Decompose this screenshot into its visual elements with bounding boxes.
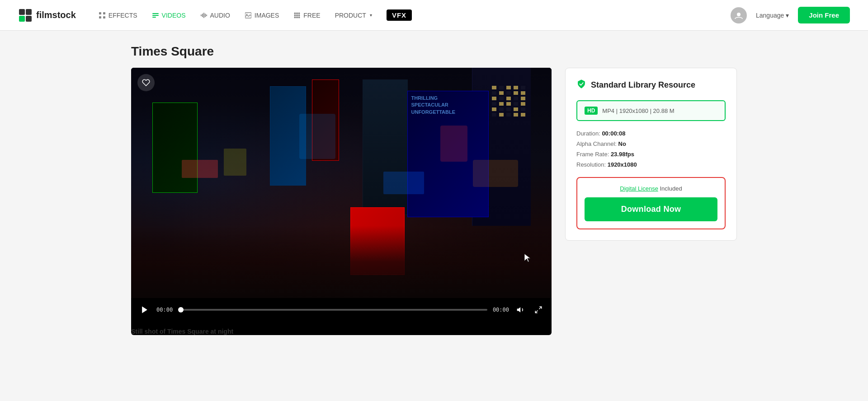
video-description: Still shot of Times Square at night bbox=[131, 328, 552, 335]
svg-point-20 bbox=[298, 12, 300, 14]
glow-1 bbox=[299, 114, 335, 159]
progress-bar[interactable] bbox=[178, 309, 487, 311]
svg-rect-6 bbox=[99, 16, 101, 19]
header-right: Language ▾ Join Free bbox=[731, 7, 850, 23]
framerate-value: 23.98fps bbox=[611, 151, 634, 158]
svg-line-31 bbox=[535, 311, 538, 313]
alpha-label: Alpha Channel: bbox=[576, 140, 617, 147]
resource-title: Standard Library Resource bbox=[591, 80, 695, 90]
join-free-button[interactable]: Join Free bbox=[798, 7, 850, 23]
resource-header: Standard Library Resource bbox=[576, 79, 726, 91]
nav-audio[interactable]: AUDIO bbox=[200, 12, 230, 19]
nav-images[interactable]: IMAGES bbox=[245, 12, 279, 19]
svg-rect-5 bbox=[103, 12, 105, 14]
waveform-icon bbox=[200, 12, 208, 19]
download-now-button[interactable]: Download Now bbox=[585, 197, 717, 221]
meta-framerate: Frame Rate: 23.98fps bbox=[576, 151, 726, 158]
logo-link[interactable]: filmstock bbox=[18, 8, 76, 23]
svg-point-22 bbox=[296, 14, 298, 16]
svg-point-23 bbox=[298, 14, 300, 16]
logo-text: filmstock bbox=[36, 10, 76, 20]
heart-icon bbox=[142, 79, 150, 87]
page-title: Times Square bbox=[131, 44, 737, 59]
metadata-section: Duration: 00:00:08 Alpha Channel: No Fra… bbox=[576, 130, 726, 168]
svg-point-24 bbox=[294, 16, 296, 18]
nav-images-label: IMAGES bbox=[255, 12, 279, 19]
sign-2 bbox=[224, 149, 246, 176]
main-layout: THRILLINGSPECTACULARUNFORGETTABLE bbox=[131, 68, 737, 335]
svg-line-30 bbox=[539, 307, 542, 309]
page-content: Times Square THRILLINGSPECTACULARUNFORGE… bbox=[95, 31, 773, 358]
image-icon bbox=[245, 12, 252, 19]
nav-free[interactable]: FREE bbox=[293, 12, 320, 19]
svg-marker-29 bbox=[517, 307, 521, 312]
current-time: 00:00 bbox=[156, 307, 173, 313]
quality-option[interactable]: HD MP4 | 1920x1080 | 20.88 M bbox=[576, 100, 726, 121]
svg-rect-12 bbox=[202, 14, 203, 17]
meta-resolution: Resolution: 1920x1080 bbox=[576, 161, 726, 168]
duration-value: 00:00:08 bbox=[602, 130, 625, 137]
duration-label: Duration: bbox=[576, 130, 600, 137]
play-pause-icon bbox=[140, 305, 149, 314]
nav-product-label: PRODUCT bbox=[335, 12, 366, 19]
resolution-label: Resolution: bbox=[576, 161, 606, 168]
digital-license-link[interactable]: Digital License bbox=[620, 185, 658, 192]
svg-rect-0 bbox=[19, 9, 25, 15]
volume-button[interactable] bbox=[514, 303, 527, 316]
svg-rect-9 bbox=[152, 15, 159, 16]
shield-svg bbox=[576, 79, 586, 89]
svg-point-25 bbox=[296, 16, 298, 18]
svg-point-19 bbox=[296, 12, 298, 14]
glow-3 bbox=[473, 160, 518, 187]
favorite-button[interactable] bbox=[137, 74, 155, 91]
hd-badge: HD bbox=[585, 107, 598, 115]
svg-rect-2 bbox=[19, 16, 25, 22]
quality-info: MP4 | 1920x1080 | 20.88 M bbox=[602, 107, 674, 114]
sign-3 bbox=[383, 172, 424, 194]
volume-icon bbox=[516, 305, 525, 314]
nav-product[interactable]: PRODUCT ▾ bbox=[335, 12, 372, 19]
glow-2 bbox=[440, 126, 467, 162]
user-icon bbox=[734, 11, 743, 20]
nav-effects-label: EFFECTS bbox=[108, 12, 137, 19]
download-section: Digital License Included Download Now bbox=[576, 177, 726, 229]
sign-1 bbox=[182, 160, 218, 178]
progress-thumb bbox=[178, 307, 184, 312]
cursor-indicator bbox=[524, 254, 532, 261]
user-avatar[interactable] bbox=[731, 7, 747, 23]
language-selector[interactable]: Language ▾ bbox=[756, 12, 789, 19]
chevron-down-icon: ▾ bbox=[370, 13, 372, 18]
svg-rect-14 bbox=[205, 14, 206, 17]
end-time: 00:00 bbox=[493, 307, 509, 313]
svg-rect-1 bbox=[26, 9, 32, 15]
svg-rect-13 bbox=[203, 13, 204, 18]
main-nav: EFFECTS VIDEOS AUDIO IMAGES FREE bbox=[99, 9, 731, 21]
nav-effects[interactable]: EFFECTS bbox=[99, 12, 137, 19]
svg-point-18 bbox=[294, 12, 296, 14]
framerate-label: Frame Rate: bbox=[576, 151, 609, 158]
building-2 bbox=[363, 79, 408, 215]
nav-audio-label: AUDIO bbox=[210, 12, 230, 19]
nav-videos[interactable]: VIDEOS bbox=[152, 12, 186, 19]
play-button[interactable] bbox=[138, 303, 151, 316]
nav-free-label: FREE bbox=[303, 12, 320, 19]
street-area bbox=[131, 226, 552, 298]
play-icon bbox=[152, 12, 159, 19]
svg-point-27 bbox=[737, 13, 741, 16]
svg-rect-3 bbox=[26, 16, 32, 22]
billboard-4 bbox=[152, 103, 198, 193]
language-label: Language bbox=[756, 12, 784, 19]
svg-rect-4 bbox=[99, 12, 101, 14]
grid-icon bbox=[99, 12, 106, 19]
vfx-badge[interactable]: VFX bbox=[387, 9, 412, 21]
license-info: Digital License Included bbox=[585, 185, 717, 192]
video-controls: 00:00 00:00 bbox=[131, 298, 552, 322]
svg-rect-7 bbox=[103, 16, 105, 19]
site-header: filmstock EFFECTS VIDEOS AUDIO IMAGES bbox=[0, 0, 868, 31]
svg-rect-11 bbox=[201, 14, 202, 16]
svg-point-17 bbox=[246, 14, 247, 15]
svg-rect-10 bbox=[152, 17, 156, 18]
fullscreen-button[interactable] bbox=[533, 304, 544, 316]
meta-alpha: Alpha Channel: No bbox=[576, 140, 726, 147]
logo-icon bbox=[18, 8, 33, 23]
